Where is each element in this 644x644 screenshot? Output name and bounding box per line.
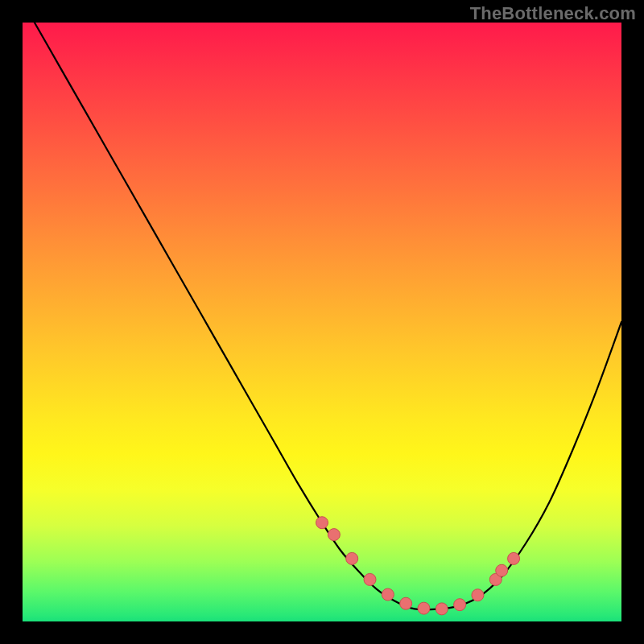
data-dot — [454, 599, 466, 611]
data-dot — [496, 564, 508, 576]
data-dot — [436, 603, 448, 615]
data-dot — [346, 552, 358, 564]
data-dot — [472, 589, 484, 601]
data-dot — [382, 588, 394, 601]
data-dots — [316, 517, 520, 615]
watermark-text: TheBottleneck.com — [470, 3, 636, 24]
data-dot — [508, 552, 520, 564]
data-dot — [316, 517, 328, 529]
plot-area — [23, 23, 621, 621]
data-dot — [328, 529, 340, 541]
data-dot — [364, 573, 376, 585]
chart-stage: TheBottleneck.com — [0, 0, 644, 644]
data-dot — [418, 602, 430, 614]
chart-overlay — [23, 23, 621, 621]
data-dot — [400, 597, 412, 609]
